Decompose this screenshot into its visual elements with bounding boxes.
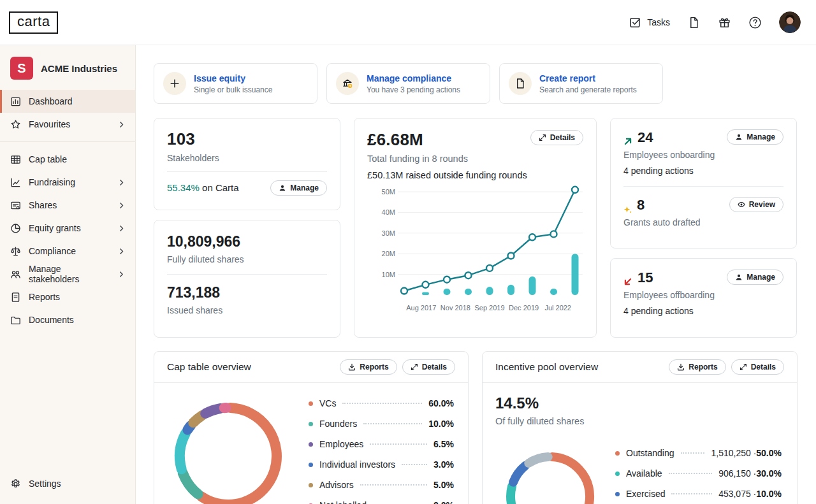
incentive-pct: 14.5% [495,394,784,412]
avatar[interactable] [779,11,801,33]
action-title: Issue equity [194,73,272,83]
legend-dot [309,483,313,487]
fundraising-icon [10,177,21,188]
onboarding-pending: 4 pending actions [623,166,783,176]
action-card-create-report[interactable]: Create reportSearch and generate reports [499,63,663,104]
chevron-right-icon [118,248,125,255]
sidebar-item-label: Compliance [29,246,76,256]
offboarding-manage-button[interactable]: Manage [727,270,783,285]
bankclock-icon [336,72,359,95]
cap-table-legend: VCs60.0%Founders10.0%Employees6.5%Indivi… [309,393,454,504]
help-icon[interactable] [748,16,762,29]
document-icon[interactable] [687,16,701,29]
legend-leader [681,452,705,454]
file-icon [509,72,532,95]
legend-pct: 6.5% [433,439,454,449]
tasks-button[interactable]: Tasks [629,16,670,29]
grants-icon [10,223,21,234]
main-content: Issue equitySingle or bulk issuanceManag… [136,0,816,504]
documents-icon [10,315,21,326]
incentive-reports-button[interactable]: Reports [669,359,725,375]
svg-text:Sep 2019: Sep 2019 [474,304,504,312]
onboarding-label: Employees onboarding [623,150,783,160]
drafted-review-button[interactable]: Review [729,197,783,212]
chevron-right-icon [118,202,125,209]
sidebar-item-label: Dashboard [29,96,73,106]
on-carta-suffix: on Carta [200,182,239,193]
sidebar-item-favourites[interactable]: Favourites [0,113,135,136]
sidebar-divider [0,141,135,142]
legend-label: Individual investors [319,459,395,470]
drafted-label: Grants auto drafted [623,217,783,227]
sidebar-item-equity-grants[interactable]: Equity grants [0,217,135,240]
legend-value: 453,075 · [718,489,756,499]
action-subtitle: Single or bulk issuance [194,85,272,94]
action-card-manage-compliance[interactable]: Manage complianceYou have 3 pending acti… [326,63,490,104]
funding-details-button[interactable]: Details [530,130,583,145]
legend-label: Advisors [319,480,354,490]
donut-segment-available [511,486,548,504]
company-switcher[interactable]: S ACME Industries [0,45,135,90]
sidebar-item-fundraising[interactable]: Fundraising [0,171,135,194]
funding-chart: 10M20M30M40M50MAug 2017Nov 2018Sep 2019D… [367,183,585,317]
cap-table-donut-chart [164,391,292,504]
onboarding-manage-button[interactable]: Manage [727,129,783,145]
action-card-issue-equity[interactable]: Issue equitySingle or bulk issuance [154,63,317,104]
svg-text:Aug 2017: Aug 2017 [406,304,436,312]
offboarding-label: Employees offboarding [623,290,783,300]
sidebar-item-cap-table[interactable]: Cap table [0,148,135,171]
incentive-legend: Outstanding1,510,250 · 50.0%Available906… [615,443,782,504]
stakeholders-card: 103 Stakeholders 55.34% on Carta Manage [154,118,340,210]
legend-item-available: Available906,150 · 30.0% [615,463,782,484]
eye-icon [738,201,745,208]
donut-segment-outstanding [552,457,590,504]
chevron-right-icon [118,225,125,232]
cap-table-reports-button[interactable]: Reports [340,359,397,375]
legend-label: Founders [319,419,357,429]
sidebar-item-documents[interactable]: Documents [0,308,135,331]
legend-dot [615,492,620,496]
sidebar-item-shares[interactable]: Shares [0,194,135,217]
funding-note: £50.13M raised outside funding rounds [367,170,583,180]
gift-icon[interactable] [718,16,731,29]
carta-logo[interactable]: carta [9,11,58,34]
download-icon [348,363,356,371]
star-icon [10,119,21,130]
legend-pct: 30.0% [756,468,782,479]
sidebar-item-label: Manage stakeholders [29,264,110,284]
chevron-right-icon [118,121,125,128]
legend-value: 1,510,250 · [711,448,756,458]
sidebar-item-settings[interactable]: Settings [0,472,135,495]
compliance-icon [10,246,21,257]
sidebar-item-label: Shares [29,200,57,210]
legend-leader [671,493,712,494]
legend-dot [615,472,620,476]
manage-stakeholders-button[interactable]: Manage [270,180,327,196]
sidebar-item-dashboard[interactable]: Dashboard [0,90,135,113]
sidebar-item-compliance[interactable]: Compliance [0,240,135,263]
expand-icon [411,363,418,371]
legend-pct: 2.0% [433,500,454,504]
sidebar-item-manage-stakeholders[interactable]: Manage stakeholders [0,263,135,285]
svg-text:Jul 2022: Jul 2022 [544,304,571,312]
legend-item-vcs: VCs60.0% [309,393,454,414]
tasks-icon [629,16,642,29]
arrow-down-left-icon [623,273,632,282]
funding-card: £6.68M Details Total funding in 8 rounds… [354,118,597,338]
svg-text:40M: 40M [382,208,395,216]
incentive-details-button[interactable]: Details [731,359,784,375]
quick-actions: Issue equitySingle or bulk issuanceManag… [154,63,798,104]
legend-label: Outstanding [626,448,674,458]
cap-table-details-button[interactable]: Details [402,359,455,375]
stakeholders-label: Stakeholders [167,153,327,163]
donut-segment-vcs [201,408,277,504]
drafted-count: 8 [637,197,645,213]
legend-leader [402,464,427,465]
legend-dot [309,422,313,426]
captable-icon [10,154,21,165]
legend-pct: 10.0% [756,489,782,499]
sidebar-item-reports[interactable]: Reports [0,285,135,308]
donut-segment-employees [205,408,220,414]
action-title: Create report [539,73,637,83]
sidebar: S ACME Industries DashboardFavouritesCap… [0,45,136,504]
